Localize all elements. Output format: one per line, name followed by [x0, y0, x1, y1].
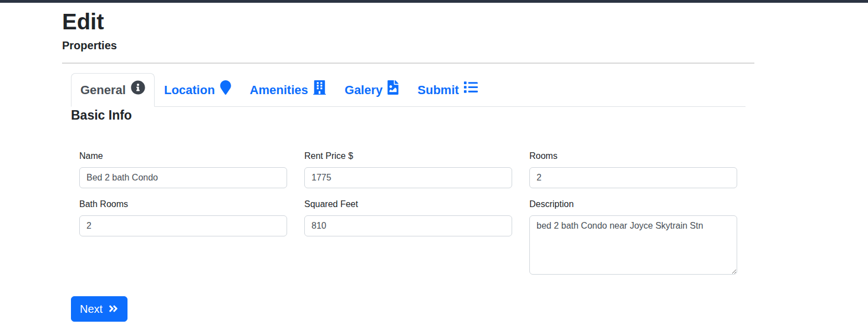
map-marker-icon [220, 80, 231, 100]
info-circle-icon [131, 80, 145, 100]
bath-rooms-input[interactable] [79, 215, 287, 236]
tab-amenities-label: Amenities [250, 81, 308, 99]
top-navbar [0, 0, 868, 3]
page-subtitle: Properties [62, 39, 754, 52]
name-label: Name [79, 149, 287, 163]
page-container: Edit Properties General Location [62, 9, 754, 325]
squared-feet-label: Squared Feet [304, 198, 512, 211]
rooms-label: Rooms [529, 149, 737, 163]
tab-general-label: General [80, 81, 126, 99]
tab-location[interactable]: Location [155, 73, 241, 107]
field-rooms: Rooms [529, 149, 737, 188]
field-name: Name [79, 149, 287, 188]
tab-general[interactable]: General [71, 73, 155, 107]
tab-submit[interactable]: Submit [408, 73, 487, 106]
squared-feet-input[interactable] [304, 215, 512, 236]
field-bath-rooms: Bath Rooms [79, 198, 287, 236]
rent-price-label: Rent Price $ [304, 149, 512, 163]
description-label: Description [529, 198, 737, 211]
tab-amenities[interactable]: Amenities [241, 73, 335, 107]
field-rent-price: Rent Price $ [304, 149, 512, 188]
field-description: Description bed 2 bath Condo near Joyce … [529, 198, 737, 275]
angle-double-right-icon [108, 303, 119, 314]
tab-content-general: Basic Info Name Rent Price $ Rooms Bath … [71, 107, 746, 325]
section-heading: Basic Info [71, 108, 746, 123]
list-icon [464, 80, 478, 99]
field-squared-feet: Squared Feet [304, 198, 512, 236]
tab-galery[interactable]: Galery [335, 73, 409, 107]
building-icon [313, 80, 326, 100]
tab-location-label: Location [164, 81, 215, 99]
tab-bar: General Location Amenities [71, 73, 746, 107]
next-button-label: Next [80, 301, 103, 317]
rent-price-input[interactable] [304, 167, 512, 188]
header-divider [62, 63, 754, 64]
rooms-input[interactable] [529, 167, 737, 188]
basic-info-form: Name Rent Price $ Rooms Bath Rooms Squar [71, 149, 746, 275]
tab-galery-label: Galery [345, 81, 383, 99]
file-image-icon [387, 80, 399, 100]
name-input[interactable] [79, 167, 287, 188]
bath-rooms-label: Bath Rooms [79, 198, 287, 211]
description-textarea[interactable]: bed 2 bath Condo near Joyce Skytrain Stn [529, 215, 737, 275]
tab-submit-label: Submit [417, 81, 459, 99]
page-title: Edit [62, 9, 754, 34]
next-button[interactable]: Next [71, 296, 127, 322]
